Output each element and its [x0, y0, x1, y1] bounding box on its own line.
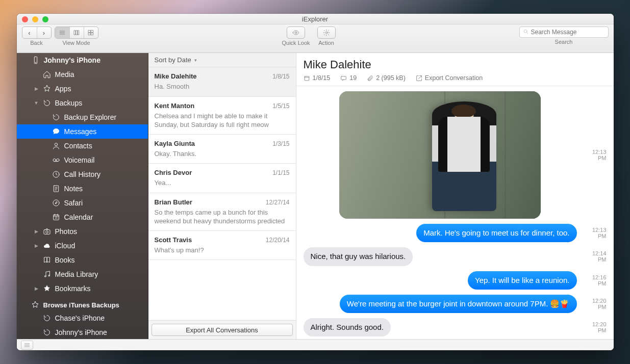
- message-image-row: 12:13 PM: [304, 91, 607, 219]
- sidebar-item-media-library[interactable]: Media Library: [17, 267, 148, 281]
- back-button[interactable]: ‹: [22, 27, 37, 38]
- conversation-name: Brian Butler: [155, 198, 192, 206]
- message-bubble-incoming[interactable]: Nice, that guy was hilarious.: [304, 247, 413, 266]
- contact-icon: [52, 142, 60, 150]
- conversation-item[interactable]: Mike Dalehite1/8/15Ha. Smooth: [148, 67, 296, 97]
- sidebar-item-label: Call History: [64, 170, 101, 178]
- sidebar-item-label: Backups: [55, 99, 83, 107]
- conversation-date: 12/20/14: [266, 237, 290, 244]
- panel-toggle-button[interactable]: [21, 341, 33, 350]
- conversation-name: Kayla Giunta: [155, 140, 195, 147]
- conversation-item[interactable]: Kent Manton1/5/15Chelsea and I might be …: [148, 97, 296, 135]
- sidebar: Johnny's iPhone Media▶Apps▼BackupsBackup…: [17, 53, 148, 339]
- sidebar-item-bookmarks[interactable]: ▶Bookmarks: [17, 281, 148, 296]
- sidebar-item-photos[interactable]: ▶Photos: [17, 224, 148, 239]
- cloud-icon: [43, 242, 51, 250]
- sidebar-item-johnny-s-iphone[interactable]: Johnny's iPhone: [17, 325, 148, 339]
- sidebar-item-backups[interactable]: ▼Backups: [17, 96, 148, 110]
- message-timestamp: 12:16 PM: [583, 274, 607, 287]
- forward-button[interactable]: ›: [37, 27, 51, 38]
- sidebar-item-call-history[interactable]: Call History: [17, 167, 148, 181]
- sidebar-item-label: Johnny's iPhone: [55, 328, 107, 336]
- view-columns-button[interactable]: [69, 27, 84, 38]
- sidebar-item-label: Media: [55, 70, 74, 79]
- fullscreen-window-button[interactable]: [42, 16, 48, 22]
- sidebar-item-label: Apps: [55, 85, 71, 93]
- thread-date: 1/8/15: [304, 74, 331, 82]
- titlebar: iExplorer: [17, 14, 614, 24]
- sidebar-item-voicemail[interactable]: Voicemail: [17, 153, 148, 167]
- sidebar-item-contacts[interactable]: Contacts: [17, 139, 148, 153]
- sort-dropdown[interactable]: Sort by Date ▾: [148, 53, 296, 67]
- quicklook-button[interactable]: [287, 27, 305, 39]
- thread-title: Mike Dalehite: [304, 58, 607, 71]
- disclosure-closed-icon: ▶: [34, 243, 39, 248]
- svg-rect-25: [91, 33, 93, 35]
- thread-msg-count: 19: [340, 74, 357, 82]
- svg-rect-24: [88, 33, 90, 35]
- action-label: Action: [318, 40, 334, 46]
- chevron-down-icon: ▾: [194, 58, 197, 63]
- action-button[interactable]: [317, 27, 336, 39]
- sidebar-item-apps[interactable]: ▶Apps: [17, 82, 148, 96]
- disclosure-closed-icon: ▶: [34, 86, 39, 91]
- books-icon: [43, 256, 51, 264]
- message-bubble-outgoing[interactable]: Yep. It will be like a reunion.: [468, 271, 576, 290]
- sidebar-item-chase-s-iphone[interactable]: Chase's iPhone: [17, 311, 148, 325]
- sidebar-item-label: Calendar: [64, 213, 93, 221]
- sidebar-item-books[interactable]: Books: [17, 253, 148, 267]
- conversation-item[interactable]: Kayla Giunta1/3/15Okay. Thanks.: [148, 135, 296, 164]
- sidebar-item-icloud[interactable]: ▶iCloud: [17, 239, 148, 253]
- thread-attachments: 2 (995 kB): [367, 74, 406, 82]
- sidebar-item-label: iCloud: [55, 242, 75, 250]
- sidebar-item-label: Contacts: [64, 142, 92, 150]
- sidebar-item-media[interactable]: Media: [17, 67, 148, 82]
- message-timestamp: 12:14 PM: [583, 250, 607, 263]
- svg-rect-21: [78, 31, 79, 35]
- sidebar-item-backup-explorer[interactable]: Backup Explorer: [17, 110, 148, 124]
- disclosure-closed-icon: ▶: [34, 229, 39, 234]
- search-input[interactable]: [531, 29, 605, 36]
- sidebar-item-notes[interactable]: Notes: [17, 181, 148, 196]
- message-timestamp: 12:13 PM: [583, 149, 607, 161]
- conversation-name: Kent Manton: [155, 102, 195, 110]
- sidebar-item-safari[interactable]: Safari: [17, 196, 148, 210]
- message-row: Alright. Sounds good.12:20 PM: [304, 318, 607, 336]
- sidebar-item-messages[interactable]: Messages: [17, 124, 148, 139]
- voicemail-icon: [52, 156, 60, 164]
- back-forward-segment: ‹ ›: [22, 27, 52, 39]
- conversation-preview: Yea...: [155, 178, 290, 188]
- home-icon: [43, 70, 51, 79]
- view-list-button[interactable]: [55, 27, 69, 38]
- conversation-item[interactable]: Scott Travis12/20/14What's up man!?: [148, 231, 296, 261]
- conversation-date: 1/8/15: [272, 73, 289, 80]
- conversation-item[interactable]: Brian Butler12/27/14So the temps came up…: [148, 193, 296, 231]
- message-bubble-incoming[interactable]: Alright. Sounds good.: [304, 318, 391, 336]
- message-bubble-outgoing[interactable]: We're meeting at the burger joint in dow…: [340, 295, 577, 313]
- conversation-name: Chris Devor: [155, 169, 192, 176]
- message-thread: Mike Dalehite 1/8/15 19 2 (995 kB) Expor…: [296, 53, 614, 339]
- sidebar-item-calendar[interactable]: Calendar: [17, 210, 148, 224]
- sidebar-item-label: Notes: [64, 185, 83, 193]
- viewmode-label: View Mode: [62, 40, 90, 46]
- device-row[interactable]: Johnny's iPhone: [17, 53, 148, 67]
- search-field[interactable]: [519, 27, 609, 38]
- sidebar-item-label: Voicemail: [64, 156, 95, 164]
- view-grid-button[interactable]: [84, 27, 98, 38]
- conversation-preview: What's up man!?: [155, 246, 290, 255]
- minimize-window-button[interactable]: [32, 16, 38, 22]
- close-window-button[interactable]: [22, 16, 28, 22]
- calendar-icon: [52, 213, 60, 221]
- conversation-list: Sort by Date ▾ Mike Dalehite1/8/15Ha. Sm…: [148, 53, 296, 339]
- sidebar-item-label: Books: [55, 256, 75, 264]
- message-image[interactable]: [339, 91, 541, 219]
- export-all-button[interactable]: Export All Conversations: [152, 324, 293, 336]
- conversation-item[interactable]: Chris Devor1/1/15Yea...: [148, 164, 296, 193]
- view-mode-segment: [55, 27, 98, 39]
- browse-backups-header: Browse iTunes Backups: [17, 296, 148, 311]
- export-conversation-link[interactable]: Export Conversation: [416, 74, 483, 82]
- backup-icon: [43, 328, 51, 336]
- backup-icon: [43, 99, 51, 107]
- sidebar-item-label: Bookmarks: [55, 284, 91, 293]
- message-bubble-outgoing[interactable]: Mark. He's going to meet us for dinner, …: [416, 224, 576, 242]
